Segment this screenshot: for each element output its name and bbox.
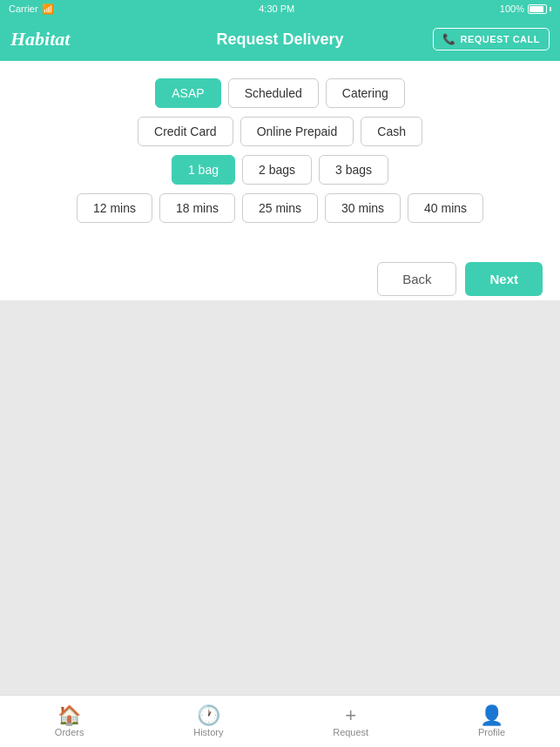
tab-bar: 🏠Orders🕐History+Request👤Profile	[0, 695, 560, 747]
carrier-label: Carrier	[9, 3, 38, 14]
status-right: 100%	[500, 3, 551, 14]
time-group: 12 mins18 mins25 mins30 mins40 mins	[77, 193, 483, 223]
wifi-icon: 📶	[42, 3, 54, 15]
tab-orders[interactable]: 🏠Orders	[55, 706, 84, 737]
tab-label-request: Request	[333, 727, 368, 737]
action-row: Back Next	[0, 253, 560, 296]
time-btn-18-mins[interactable]: 18 mins	[159, 193, 235, 223]
bag-btn-1-bag[interactable]: 1 bag	[172, 155, 235, 185]
payment-btn-cash[interactable]: Cash	[361, 117, 422, 146]
delivery-type-btn-catering[interactable]: Catering	[326, 78, 405, 108]
tab-label-history: History	[193, 727, 223, 737]
next-button[interactable]: Next	[465, 262, 543, 296]
battery-icon	[528, 4, 551, 14]
back-button[interactable]: Back	[377, 262, 456, 296]
status-left: Carrier 📶	[9, 3, 54, 15]
tab-label-profile: Profile	[478, 727, 505, 737]
bag-btn-3-bags[interactable]: 3 bags	[319, 155, 388, 185]
request-call-label: REQUEST CALL	[460, 34, 540, 44]
history-icon: 🕐	[197, 706, 220, 725]
tab-profile[interactable]: 👤Profile	[478, 706, 505, 737]
time-btn-12-mins[interactable]: 12 mins	[77, 193, 152, 223]
tab-label-orders: Orders	[55, 727, 84, 737]
delivery-type-btn-asap[interactable]: ASAP	[155, 78, 220, 108]
bag-btn-2-bags[interactable]: 2 bags	[242, 155, 312, 185]
profile-icon: 👤	[480, 706, 503, 725]
time-btn-40-mins[interactable]: 40 mins	[408, 193, 483, 223]
app-header: Habitat Request Delivery 📞 REQUEST CALL	[0, 17, 560, 61]
battery-percent: 100%	[500, 3, 524, 14]
status-bar: Carrier 📶 4:30 PM 100%	[0, 0, 560, 17]
app-logo: Habitat	[10, 28, 70, 50]
delivery-type-btn-scheduled[interactable]: Scheduled	[228, 78, 319, 108]
tab-request[interactable]: +Request	[333, 706, 368, 737]
main-content: ASAPScheduledCatering Credit CardOnline …	[0, 61, 560, 300]
time-label: 4:30 PM	[259, 3, 294, 14]
time-btn-30-mins[interactable]: 30 mins	[325, 193, 401, 223]
bags-group: 1 bag2 bags3 bags	[172, 155, 388, 185]
payment-btn-online-prepaid[interactable]: Online Prepaid	[240, 117, 354, 146]
phone-icon: 📞	[442, 33, 456, 45]
payment-btn-credit-card[interactable]: Credit Card	[138, 117, 233, 146]
payment-type-group: Credit CardOnline PrepaidCash	[138, 117, 422, 146]
tab-history[interactable]: 🕐History	[193, 706, 223, 737]
request-call-button[interactable]: 📞 REQUEST CALL	[433, 28, 550, 50]
orders-icon: 🏠	[57, 706, 81, 725]
page-title: Request Delivery	[216, 30, 343, 49]
content-area: ASAPScheduledCatering Credit CardOnline …	[0, 61, 560, 249]
time-btn-25-mins[interactable]: 25 mins	[242, 193, 318, 223]
request-icon: +	[345, 706, 356, 725]
delivery-type-group: ASAPScheduledCatering	[155, 78, 404, 108]
